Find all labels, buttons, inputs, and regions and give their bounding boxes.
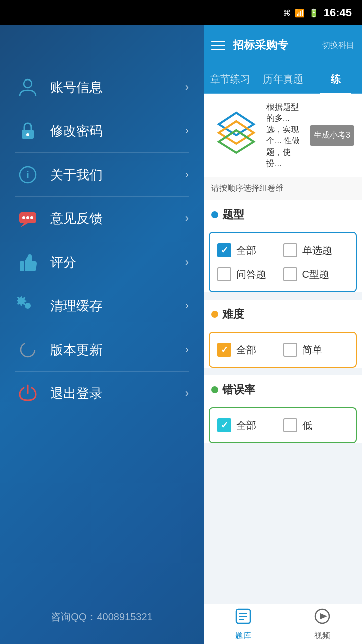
- panel-tabs: 章节练习 历年真题 练: [204, 65, 362, 94]
- sidebar-item-logout[interactable]: 退出登录 ›: [0, 372, 204, 415]
- svg-marker-14: [219, 121, 254, 144]
- stack-icon: [211, 110, 261, 160]
- logout-arrow: ›: [185, 387, 189, 400]
- section-difficulty-title: 难度: [222, 307, 244, 322]
- wifi-icon: ⌘: [283, 8, 291, 18]
- difficulty-row-1: 全部 简单: [212, 338, 353, 362]
- gear-icon: [15, 293, 40, 318]
- tab-practice[interactable]: 练: [309, 65, 362, 93]
- svg-text:i: i: [26, 169, 29, 180]
- sidebar-item-account[interactable]: 账号信息 ›: [0, 65, 204, 109]
- section-type-header: 题型: [204, 200, 362, 229]
- video-label: 视频: [314, 631, 330, 641]
- hamburger-button[interactable]: [211, 41, 225, 50]
- type-c-label: C型题: [302, 268, 329, 281]
- error-all-checkbox[interactable]: [217, 418, 231, 432]
- svg-point-9: [30, 216, 33, 219]
- svg-point-2: [26, 133, 29, 136]
- nav-video[interactable]: 视频: [283, 604, 363, 644]
- rate-label: 评分: [50, 254, 185, 271]
- error-low-label: 低: [302, 419, 312, 432]
- difficulty-all-item: 全部: [217, 343, 283, 357]
- sidebar-item-cache[interactable]: 清理缓存 ›: [0, 284, 204, 328]
- type-all-item: 全部: [217, 243, 283, 257]
- tab-history[interactable]: 历年真题: [256, 65, 309, 93]
- svg-point-0: [24, 79, 32, 88]
- video-icon: [313, 607, 331, 629]
- panel-content: 根据题型的多... 选，实现个... 性做题，使扮... 生成小考3 请按顺序选…: [204, 94, 362, 604]
- sidebar-item-about[interactable]: i 关于我们 ›: [0, 153, 204, 196]
- signal-icon: 📶: [295, 8, 305, 18]
- error-low-item: 低: [283, 418, 349, 432]
- svg-point-8: [26, 216, 29, 219]
- difficulty-all-checkbox[interactable]: [217, 343, 231, 357]
- battery-icon: 🔋: [309, 8, 319, 18]
- account-arrow: ›: [185, 80, 189, 94]
- section-type-title: 题型: [222, 207, 244, 222]
- type-qa-checkbox[interactable]: [217, 267, 231, 281]
- sidebar-item-update[interactable]: 版本更新 ›: [0, 328, 204, 371]
- hamburger-line-1: [211, 41, 225, 42]
- about-arrow: ›: [185, 168, 189, 181]
- svg-point-11: [25, 303, 31, 309]
- section-type-dot: [211, 211, 218, 218]
- power-icon: [15, 381, 40, 406]
- hamburger-line-3: [211, 49, 225, 50]
- drawer-menu: 账号信息 › 修改密码 › i 关于我们 ›: [0, 25, 204, 644]
- panel-title: 招标采购专: [233, 38, 315, 53]
- error-row-1: 全部 低: [212, 413, 353, 437]
- type-c-item: C型题: [283, 267, 349, 281]
- sidebar-item-rate[interactable]: 评分 ›: [0, 240, 204, 284]
- difficulty-simple-label: 简单: [302, 343, 322, 357]
- type-checkbox-group: 全部 单选题 问答题 C型题: [209, 232, 357, 292]
- svg-point-7: [22, 216, 25, 219]
- error-low-checkbox[interactable]: [283, 418, 297, 432]
- questions-label: 题库: [235, 631, 251, 641]
- update-label: 版本更新: [50, 341, 185, 359]
- section-difficulty-header: 难度: [204, 300, 362, 329]
- like-icon: [15, 250, 40, 275]
- svg-marker-6: [21, 223, 28, 227]
- type-all-label: 全部: [236, 244, 256, 257]
- type-c-checkbox[interactable]: [283, 267, 297, 281]
- account-label: 账号信息: [50, 78, 185, 96]
- sidebar-item-password[interactable]: 修改密码 ›: [0, 109, 204, 152]
- type-single-item: 单选题: [283, 243, 349, 257]
- type-qa-label: 问答题: [236, 268, 266, 281]
- refresh-icon: [15, 337, 40, 362]
- footer-contact: 咨询QQ：4008915321: [51, 611, 152, 622]
- type-single-checkbox[interactable]: [283, 243, 297, 257]
- error-checkbox-group: 全部 低: [209, 407, 357, 443]
- logout-label: 退出登录: [50, 385, 185, 403]
- feedback-label: 意见反馈: [50, 210, 185, 227]
- update-arrow: ›: [185, 343, 189, 356]
- tab-chapter[interactable]: 章节练习: [204, 65, 256, 93]
- difficulty-simple-item: 简单: [283, 343, 349, 357]
- nav-questions[interactable]: 题库: [204, 604, 283, 644]
- password-label: 修改密码: [50, 122, 185, 140]
- password-arrow: ›: [185, 124, 189, 137]
- generate-button[interactable]: 生成小考3: [310, 125, 354, 146]
- difficulty-simple-checkbox[interactable]: [283, 343, 297, 357]
- svg-point-12: [21, 343, 35, 357]
- cache-label: 清理缓存: [50, 297, 185, 315]
- status-time: 16:45: [324, 6, 352, 19]
- difficulty-all-label: 全部: [236, 343, 256, 357]
- chat-icon: [15, 206, 40, 231]
- switch-subject-label[interactable]: 切换科目: [322, 40, 354, 51]
- lock-icon: [15, 118, 40, 143]
- sidebar-item-feedback[interactable]: 意见反馈 ›: [0, 197, 204, 240]
- type-all-checkbox[interactable]: [217, 243, 231, 257]
- person-icon: [15, 74, 40, 100]
- section-difficulty-dot: [211, 311, 218, 318]
- bottom-nav: 题库 视频: [204, 604, 362, 644]
- svg-marker-13: [219, 113, 254, 135]
- svg-marker-15: [219, 130, 254, 153]
- section-error-dot: [211, 386, 218, 393]
- drawer-footer: 咨询QQ：4008915321: [0, 600, 204, 644]
- panel-header: 招标采购专 切换科目: [204, 25, 362, 65]
- status-icons: ⌘ 📶 🔋: [283, 8, 319, 18]
- error-all-item: 全部: [217, 418, 283, 432]
- hamburger-line-2: [211, 45, 225, 46]
- section-error-rate: 错误率 全部 低: [204, 375, 362, 443]
